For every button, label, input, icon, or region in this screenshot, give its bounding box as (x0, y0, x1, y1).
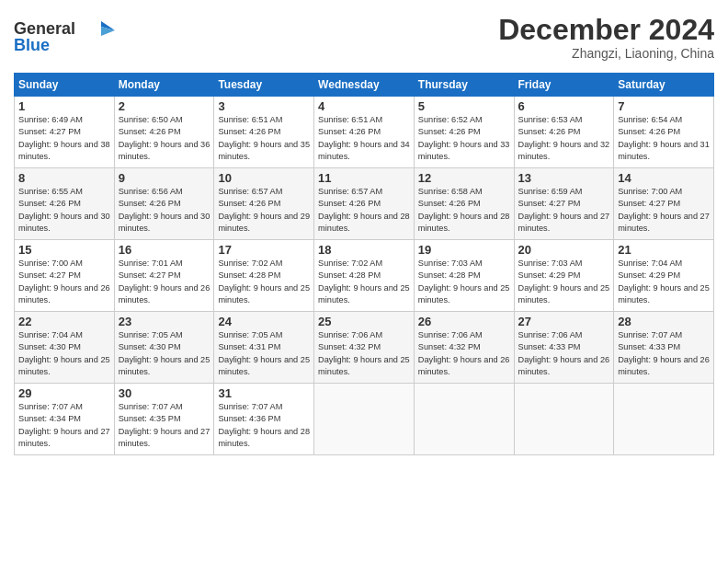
calendar-day-cell: 30Sunrise: 7:07 AMSunset: 4:35 PMDayligh… (114, 384, 214, 455)
day-number: 25 (318, 315, 410, 328)
day-info: Sunrise: 6:56 AMSunset: 4:26 PMDaylight:… (119, 186, 210, 235)
day-number: 6 (518, 99, 610, 113)
calendar-day-cell: 9Sunrise: 6:56 AMSunset: 4:26 PMDaylight… (114, 168, 214, 240)
svg-text:Blue: Blue (14, 36, 50, 54)
day-info: Sunrise: 6:50 AMSunset: 4:26 PMDaylight:… (119, 114, 210, 163)
calendar-week-row: 22Sunrise: 7:04 AMSunset: 4:30 PMDayligh… (15, 312, 714, 384)
calendar-day-cell: 18Sunrise: 7:02 AMSunset: 4:28 PMDayligh… (314, 240, 415, 312)
calendar-day-cell (514, 384, 614, 455)
calendar-day-cell: 23Sunrise: 7:05 AMSunset: 4:30 PMDayligh… (114, 312, 214, 384)
page-container: General Blue December 2024 Zhangzi, Liao… (0, 0, 728, 465)
day-info: Sunrise: 7:06 AMSunset: 4:32 PMDaylight:… (418, 329, 510, 378)
day-info: Sunrise: 7:05 AMSunset: 4:30 PMDaylight:… (119, 329, 210, 378)
calendar-header-row: SundayMondayTuesdayWednesdayThursdayFrid… (15, 74, 714, 97)
calendar-day-cell (414, 384, 514, 455)
day-info: Sunrise: 6:57 AMSunset: 4:26 PMDaylight:… (318, 186, 410, 235)
calendar-day-header: Saturday (614, 74, 714, 97)
day-number: 12 (418, 171, 510, 185)
calendar-day-cell: 24Sunrise: 7:05 AMSunset: 4:31 PMDayligh… (214, 312, 314, 384)
day-number: 29 (18, 386, 110, 400)
day-number: 22 (18, 315, 110, 328)
calendar-week-row: 29Sunrise: 7:07 AMSunset: 4:34 PMDayligh… (15, 384, 714, 455)
calendar-day-cell: 26Sunrise: 7:06 AMSunset: 4:32 PMDayligh… (414, 312, 514, 384)
calendar-day-cell: 14Sunrise: 7:00 AMSunset: 4:27 PMDayligh… (614, 168, 714, 240)
day-info: Sunrise: 6:55 AMSunset: 4:26 PMDaylight:… (18, 186, 110, 235)
title-block: December 2024 Zhangzi, Liaoning, China (498, 14, 714, 61)
calendar-day-cell: 20Sunrise: 7:03 AMSunset: 4:29 PMDayligh… (514, 240, 614, 312)
calendar-day-cell: 12Sunrise: 6:58 AMSunset: 4:26 PMDayligh… (414, 168, 514, 240)
day-number: 2 (119, 99, 210, 113)
calendar-week-row: 15Sunrise: 7:00 AMSunset: 4:27 PMDayligh… (15, 240, 714, 312)
day-number: 24 (218, 315, 310, 328)
calendar-day-cell: 15Sunrise: 7:00 AMSunset: 4:27 PMDayligh… (15, 240, 115, 312)
svg-text:General: General (14, 19, 75, 38)
day-info: Sunrise: 7:05 AMSunset: 4:31 PMDaylight:… (218, 329, 310, 378)
day-info: Sunrise: 7:03 AMSunset: 4:28 PMDaylight:… (418, 258, 510, 306)
day-info: Sunrise: 7:00 AMSunset: 4:27 PMDaylight:… (18, 258, 110, 306)
calendar-day-cell: 10Sunrise: 6:57 AMSunset: 4:26 PMDayligh… (214, 168, 314, 240)
calendar-week-row: 1Sunrise: 6:49 AMSunset: 4:27 PMDaylight… (15, 97, 714, 168)
calendar-body: 1Sunrise: 6:49 AMSunset: 4:27 PMDaylight… (15, 97, 714, 455)
day-number: 21 (618, 243, 710, 257)
day-number: 31 (218, 386, 310, 400)
calendar-day-cell: 17Sunrise: 7:02 AMSunset: 4:28 PMDayligh… (214, 240, 314, 312)
day-info: Sunrise: 6:58 AMSunset: 4:26 PMDaylight:… (418, 186, 510, 235)
day-info: Sunrise: 7:06 AMSunset: 4:32 PMDaylight:… (318, 329, 410, 378)
calendar-day-cell: 25Sunrise: 7:06 AMSunset: 4:32 PMDayligh… (314, 312, 415, 384)
calendar-day-header: Sunday (15, 74, 115, 97)
calendar-day-cell: 5Sunrise: 6:52 AMSunset: 4:26 PMDaylight… (414, 97, 514, 168)
day-number: 8 (18, 171, 110, 185)
day-info: Sunrise: 6:49 AMSunset: 4:27 PMDaylight:… (18, 114, 110, 163)
calendar-day-cell: 31Sunrise: 7:07 AMSunset: 4:36 PMDayligh… (214, 384, 314, 455)
calendar-day-cell: 13Sunrise: 6:59 AMSunset: 4:27 PMDayligh… (514, 168, 614, 240)
calendar-day-header: Thursday (414, 74, 514, 97)
day-info: Sunrise: 7:04 AMSunset: 4:29 PMDaylight:… (618, 258, 710, 306)
location-subtitle: Zhangzi, Liaoning, China (498, 46, 714, 61)
day-number: 18 (318, 243, 410, 257)
day-number: 1 (18, 99, 110, 113)
month-title: December 2024 (498, 14, 714, 46)
calendar-day-cell: 22Sunrise: 7:04 AMSunset: 4:30 PMDayligh… (15, 312, 115, 384)
calendar-day-cell: 16Sunrise: 7:01 AMSunset: 4:27 PMDayligh… (114, 240, 214, 312)
day-number: 10 (218, 171, 310, 185)
calendar-day-cell: 21Sunrise: 7:04 AMSunset: 4:29 PMDayligh… (614, 240, 714, 312)
day-number: 5 (418, 99, 510, 113)
header: General Blue December 2024 Zhangzi, Liao… (14, 14, 714, 63)
calendar-day-cell: 3Sunrise: 6:51 AMSunset: 4:26 PMDaylight… (214, 97, 314, 168)
day-info: Sunrise: 7:07 AMSunset: 4:36 PMDaylight:… (218, 401, 310, 450)
logo-text: General Blue (14, 14, 115, 63)
day-info: Sunrise: 7:07 AMSunset: 4:35 PMDaylight:… (119, 401, 210, 450)
day-info: Sunrise: 7:07 AMSunset: 4:33 PMDaylight:… (618, 329, 710, 378)
calendar-day-cell: 28Sunrise: 7:07 AMSunset: 4:33 PMDayligh… (614, 312, 714, 384)
day-number: 13 (518, 171, 610, 185)
day-number: 17 (218, 243, 310, 257)
day-number: 7 (618, 99, 710, 113)
calendar-table: SundayMondayTuesdayWednesdayThursdayFrid… (14, 73, 714, 455)
calendar-day-header: Wednesday (314, 74, 415, 97)
day-info: Sunrise: 6:59 AMSunset: 4:27 PMDaylight:… (518, 186, 610, 235)
day-number: 14 (618, 171, 710, 185)
calendar-day-cell (314, 384, 415, 455)
calendar-day-cell: 1Sunrise: 6:49 AMSunset: 4:27 PMDaylight… (15, 97, 115, 168)
day-number: 3 (218, 99, 310, 113)
day-info: Sunrise: 7:07 AMSunset: 4:34 PMDaylight:… (18, 401, 110, 450)
day-info: Sunrise: 6:53 AMSunset: 4:26 PMDaylight:… (518, 114, 610, 163)
calendar-day-cell: 4Sunrise: 6:51 AMSunset: 4:26 PMDaylight… (314, 97, 415, 168)
calendar-day-cell: 27Sunrise: 7:06 AMSunset: 4:33 PMDayligh… (514, 312, 614, 384)
day-info: Sunrise: 7:02 AMSunset: 4:28 PMDaylight:… (218, 258, 310, 306)
calendar-day-cell (614, 384, 714, 455)
calendar-week-row: 8Sunrise: 6:55 AMSunset: 4:26 PMDaylight… (15, 168, 714, 240)
calendar-day-cell: 19Sunrise: 7:03 AMSunset: 4:28 PMDayligh… (414, 240, 514, 312)
day-number: 15 (18, 243, 110, 257)
day-number: 23 (119, 315, 210, 328)
day-info: Sunrise: 6:51 AMSunset: 4:26 PMDaylight:… (218, 114, 310, 163)
day-number: 16 (119, 243, 210, 257)
day-info: Sunrise: 6:51 AMSunset: 4:26 PMDaylight:… (318, 114, 410, 163)
day-info: Sunrise: 7:00 AMSunset: 4:27 PMDaylight:… (618, 186, 710, 235)
day-info: Sunrise: 6:52 AMSunset: 4:26 PMDaylight:… (418, 114, 510, 163)
day-number: 9 (119, 171, 210, 185)
day-number: 19 (418, 243, 510, 257)
day-number: 20 (518, 243, 610, 257)
calendar-day-header: Friday (514, 74, 614, 97)
calendar-day-cell: 8Sunrise: 6:55 AMSunset: 4:26 PMDaylight… (15, 168, 115, 240)
